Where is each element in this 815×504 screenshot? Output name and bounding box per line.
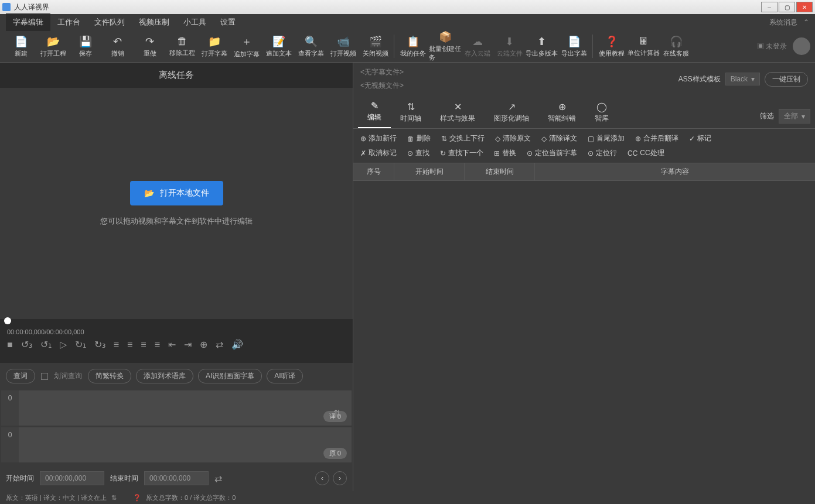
tool-新建[interactable]: 📄新建 — [5, 32, 37, 61]
tool-重做[interactable]: ↷重做 — [134, 32, 166, 61]
tab-图形化调轴[interactable]: ↗图形化调轴 — [485, 97, 538, 128]
skip-end-button[interactable]: ⇥ — [184, 339, 192, 350]
swap-time-button[interactable]: ⇄ — [214, 473, 222, 484]
action-取消标记[interactable]: ✗取消标记 — [360, 148, 397, 158]
tool-使用教程[interactable]: ❓使用教程 — [595, 32, 628, 61]
fwd3-button[interactable]: ↻₃ — [94, 339, 105, 350]
tab-时间轴[interactable]: ⇅时间轴 — [391, 97, 431, 128]
action-交换上下行[interactable]: ⇅交换上下行 — [441, 133, 485, 143]
volume-button[interactable]: 🔊 — [231, 339, 243, 350]
tool-导出多版本[interactable]: ⬆导出多版本 — [526, 32, 558, 61]
menu-1[interactable]: 工作台 — [50, 13, 87, 31]
login-status[interactable]: ▣ 未登录 — [757, 42, 787, 52]
chip-简繁转换[interactable]: 简繁转换 — [88, 369, 131, 383]
action-首尾添加[interactable]: ▢首尾添加 — [588, 133, 625, 143]
help-icon[interactable]: ❓ — [133, 494, 141, 502]
filter-select[interactable]: 全部▾ — [779, 109, 810, 124]
back3-button[interactable]: ↺₃ — [21, 339, 32, 350]
action-定位行[interactable]: ⊙定位行 — [588, 148, 617, 158]
loop-button[interactable]: ⇄ — [216, 339, 223, 350]
col-content[interactable]: 字幕内容 — [535, 163, 815, 180]
tool-我的任务[interactable]: 📋我的任务 — [397, 32, 429, 61]
align1-button[interactable]: ≡ — [127, 340, 132, 350]
tab-智库[interactable]: ◯智库 — [585, 97, 618, 128]
action-查找下一个[interactable]: ↻查找下一个 — [440, 148, 483, 158]
tool-存入云端[interactable]: ☁存入云端 — [461, 32, 493, 61]
col-end[interactable]: 结束时间 — [465, 163, 535, 180]
tab-编辑[interactable]: ✎编辑 — [358, 95, 391, 128]
chevron-up-icon[interactable]: ⌃ — [803, 18, 809, 26]
action-查找[interactable]: ⊙查找 — [407, 148, 429, 158]
chip-添加到术语库[interactable]: 添加到术语库 — [136, 369, 193, 383]
tool-打开工程[interactable]: 📂打开工程 — [37, 32, 69, 61]
align3-button[interactable]: ≡ — [155, 340, 160, 350]
end-time-input[interactable] — [144, 471, 209, 485]
system-message[interactable]: 系统消息 — [769, 18, 797, 28]
swap-icon[interactable]: ⇅ — [111, 494, 117, 502]
grid-body[interactable] — [353, 181, 815, 491]
menu-5[interactable]: 设置 — [213, 13, 243, 31]
drop-area[interactable]: 📂 打开本地文件 您可以拖动视频和字幕文件到软件中进行编辑 — [0, 88, 353, 319]
action-清除原文[interactable]: ◇清除原文 — [495, 133, 531, 143]
tool-单位计算器[interactable]: 🖩单位计算器 — [628, 32, 660, 61]
menu-0[interactable]: 字幕编辑 — [6, 13, 50, 31]
tool-关闭视频[interactable]: 🎬关闭视频 — [359, 32, 391, 61]
tool-导出字幕[interactable]: 📄导出字幕 — [558, 32, 590, 61]
style-template-select[interactable]: Black▾ — [725, 73, 760, 85]
swap-lines-icon[interactable]: ⇅ — [333, 408, 341, 434]
maximize-button[interactable]: ▢ — [779, 2, 795, 12]
tool-批量创建任务[interactable]: 📦批量创建任务 — [429, 32, 461, 61]
chip-AI识别画面字幕[interactable]: AI识别画面字幕 — [198, 369, 262, 383]
tool-撤销[interactable]: ↶撤销 — [101, 32, 134, 61]
oneclick-encode-button[interactable]: 一键压制 — [765, 72, 808, 87]
app-icon — [2, 3, 11, 11]
close-button[interactable]: ✕ — [796, 2, 813, 12]
menu-3[interactable]: 视频压制 — [132, 13, 176, 31]
lookup-chip[interactable]: 查词 — [6, 369, 35, 383]
start-time-input[interactable] — [40, 471, 104, 485]
tool-云端文件[interactable]: ⬇云端文件 — [493, 32, 526, 61]
stop-button[interactable]: ■ — [7, 340, 13, 350]
align2-button[interactable]: ≡ — [141, 340, 146, 350]
target-button[interactable]: ⊕ — [200, 339, 207, 350]
action-定位当前字幕[interactable]: ⊙定位当前字幕 — [527, 148, 577, 158]
action-标记[interactable]: ✓标记 — [689, 133, 711, 143]
tool-保存[interactable]: 💾保存 — [69, 32, 101, 61]
open-local-file-button[interactable]: 📂 打开本地文件 — [130, 181, 223, 205]
action-添加新行[interactable]: ⊕添加新行 — [360, 133, 397, 143]
action-替换[interactable]: ⊞替换 — [494, 148, 516, 158]
col-start[interactable]: 开始时间 — [394, 163, 465, 180]
action-删除[interactable]: 🗑删除 — [407, 133, 431, 143]
tool-打开视频[interactable]: 📹打开视频 — [327, 32, 359, 61]
avatar[interactable] — [793, 37, 810, 55]
timeline-playhead[interactable] — [0, 319, 353, 324]
next-button[interactable]: › — [333, 471, 347, 485]
indent-button[interactable]: ≡ — [114, 340, 119, 350]
tab-icon: ↗ — [494, 101, 529, 112]
lang-status[interactable]: 原文：英语 | 译文：中文 | 译文在上 — [6, 493, 107, 502]
tool-移除工程[interactable]: 🗑移除工程 — [166, 32, 198, 61]
menu-2[interactable]: 文件队列 — [87, 13, 132, 31]
tab-智能纠错[interactable]: ⊕智能纠错 — [538, 97, 585, 128]
action-CC处理[interactable]: CCCC处理 — [628, 148, 664, 158]
chip-AI听译[interactable]: AI听译 — [267, 369, 302, 383]
tool-追加字幕[interactable]: ＋追加字幕 — [230, 32, 262, 61]
tool-打开字幕[interactable]: 📁打开字幕 — [198, 32, 230, 61]
skip-start-button[interactable]: ⇤ — [168, 339, 176, 350]
action-清除译文[interactable]: ◇清除译文 — [541, 133, 577, 143]
edit-box-1[interactable]: 0原 0 — [1, 427, 352, 462]
prev-button[interactable]: ‹ — [315, 471, 329, 485]
action-合并后翻译[interactable]: ⊕合并后翻译 — [635, 133, 678, 143]
tool-查看字幕[interactable]: 🔍查看字幕 — [295, 32, 327, 61]
back1-button[interactable]: ↺₁ — [40, 339, 52, 350]
col-index[interactable]: 序号 — [353, 163, 394, 180]
tab-样式与效果[interactable]: ✕样式与效果 — [431, 97, 485, 128]
edit-box-0[interactable]: 0译 0 — [1, 390, 352, 426]
menu-4[interactable]: 小工具 — [176, 13, 213, 31]
select-lookup-checkbox[interactable] — [41, 373, 48, 380]
tool-在线客服[interactable]: 🎧在线客服 — [660, 32, 692, 61]
play-button[interactable]: ▷ — [60, 339, 67, 350]
fwd1-button[interactable]: ↻₁ — [75, 339, 86, 350]
minimize-button[interactable]: – — [761, 2, 778, 12]
tool-追加文本[interactable]: 📝追加文本 — [262, 32, 295, 61]
